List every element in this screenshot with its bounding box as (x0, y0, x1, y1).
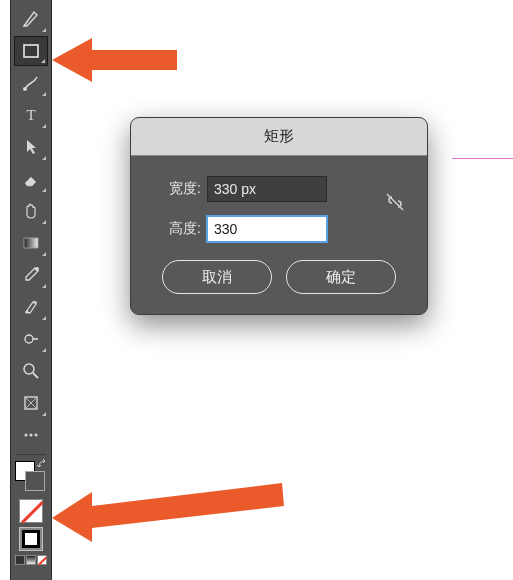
ok-button[interactable]: 确定 (286, 260, 396, 294)
submenu-indicator (42, 316, 46, 320)
submenu-indicator (42, 252, 46, 256)
tools-toolbar: T (10, 0, 52, 580)
svg-rect-3 (24, 238, 38, 248)
type-tool[interactable]: T (14, 100, 48, 130)
svg-point-5 (26, 311, 29, 314)
mode-mini-swatches[interactable] (11, 555, 51, 565)
frame-tool[interactable] (14, 388, 48, 418)
height-label: 高度: (149, 220, 201, 238)
submenu-indicator (41, 59, 45, 63)
more-tool[interactable] (14, 420, 48, 450)
submenu-indicator (42, 220, 46, 224)
brush-tool[interactable] (14, 68, 48, 98)
submenu-indicator (42, 156, 46, 160)
zoom-tool[interactable] (14, 356, 48, 386)
background-swatch[interactable] (25, 471, 45, 491)
rectangle-tool[interactable] (14, 36, 48, 66)
svg-point-4 (35, 267, 39, 271)
svg-point-9 (25, 434, 28, 437)
submenu-indicator (42, 92, 46, 96)
swap-colors-icon[interactable] (37, 459, 49, 471)
submenu-indicator (42, 124, 46, 128)
svg-point-1 (23, 87, 27, 91)
dodge-tool[interactable] (14, 324, 48, 354)
svg-text:T: T (26, 107, 35, 123)
dialog-title: 矩形 (131, 118, 427, 156)
eyedropper-tool[interactable] (14, 260, 48, 290)
svg-point-6 (25, 335, 33, 343)
height-input[interactable] (207, 216, 327, 242)
eraser-tool[interactable] (14, 164, 48, 194)
toolbar-divider (16, 454, 46, 455)
submenu-indicator (42, 28, 46, 32)
submenu-indicator (42, 348, 46, 352)
submenu-indicator (42, 412, 46, 416)
stroke-mode-swatch[interactable] (19, 527, 43, 551)
width-label: 宽度: (149, 180, 201, 198)
submenu-indicator (42, 188, 46, 192)
link-dimensions-icon[interactable] (385, 192, 405, 216)
color-swatches[interactable] (13, 461, 49, 493)
cancel-button[interactable]: 取消 (162, 260, 272, 294)
width-input[interactable] (207, 176, 327, 202)
guide-line (452, 158, 513, 159)
svg-rect-0 (24, 45, 38, 57)
rectangle-dialog: 矩形 宽度: 高度: 取消 确定 (130, 117, 428, 315)
svg-point-7 (24, 364, 34, 374)
submenu-indicator (42, 284, 46, 288)
svg-point-10 (30, 434, 33, 437)
healing-brush-tool[interactable] (14, 292, 48, 322)
hand-tool[interactable] (14, 196, 48, 226)
path-selection-tool[interactable] (14, 132, 48, 162)
pen-tool[interactable] (14, 4, 48, 34)
svg-point-11 (35, 434, 38, 437)
no-fill-swatch[interactable] (19, 499, 43, 523)
gradient-tool[interactable] (14, 228, 48, 258)
